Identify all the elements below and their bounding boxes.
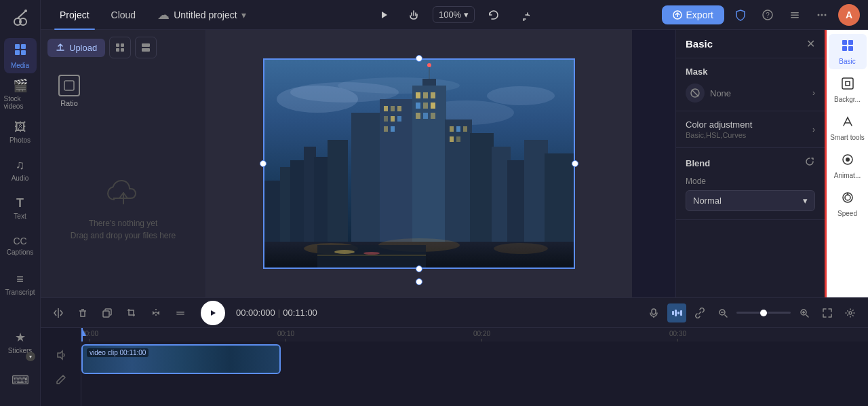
sidebar-item-text[interactable]: T Text bbox=[4, 190, 37, 225]
sidebar-item-stock[interactable]: 🎬 Stock videos bbox=[4, 76, 37, 111]
mask-arrow: › bbox=[812, 88, 815, 98]
animate-tool-label: Animat... bbox=[834, 172, 861, 179]
basic-tool-icon bbox=[841, 39, 854, 56]
sidebar-item-captions[interactable]: CC Captions bbox=[4, 228, 37, 263]
svg-line-110 bbox=[725, 315, 727, 317]
volume-button[interactable] bbox=[52, 346, 71, 365]
timeline-tracks[interactable]: 00:00 00:10 00:20 00:30 bbox=[81, 328, 868, 406]
tool-smart[interactable]: Smart tools bbox=[829, 110, 867, 145]
mic-button[interactable] bbox=[644, 303, 663, 322]
fullscreen-button[interactable] bbox=[818, 303, 837, 322]
timeline-content: 00:00 00:10 00:20 00:30 bbox=[41, 328, 868, 406]
edit-button[interactable] bbox=[52, 370, 71, 389]
sidebar-item-transcript[interactable]: ≡ Transcript bbox=[4, 266, 37, 301]
play-button[interactable] bbox=[201, 301, 225, 325]
sidebar-item-audio[interactable]: ♫ Audio bbox=[4, 152, 37, 187]
link-button[interactable] bbox=[690, 303, 709, 322]
tool-background[interactable]: Backgr... bbox=[829, 72, 867, 107]
timeline-right-controls bbox=[644, 303, 860, 322]
shield-button[interactable] bbox=[730, 4, 751, 26]
app-logo[interactable] bbox=[8, 5, 33, 30]
export-button[interactable]: Export bbox=[662, 5, 724, 24]
project-title: Untitled project bbox=[174, 10, 237, 20]
tab-cloud[interactable]: Cloud bbox=[100, 0, 147, 30]
svg-rect-47 bbox=[391, 126, 395, 132]
zoom-slider[interactable] bbox=[736, 312, 791, 314]
media-empty-state: There's nothing yet Drag and drop your f… bbox=[41, 118, 205, 297]
timeline-settings-button[interactable] bbox=[841, 303, 860, 322]
list-view-button[interactable] bbox=[135, 37, 157, 58]
close-panel-button[interactable]: ✕ bbox=[806, 39, 815, 50]
zoom-out-button[interactable] bbox=[713, 303, 732, 322]
sidebar-item-media[interactable]: Media bbox=[4, 38, 37, 73]
svg-rect-68 bbox=[456, 126, 460, 132]
mask-row[interactable]: None › bbox=[686, 84, 815, 103]
play-mode-button[interactable] bbox=[373, 4, 395, 26]
more-timeline-button[interactable] bbox=[171, 303, 190, 322]
color-adj-row[interactable]: Color adjustment Basic,HSL,Curves › bbox=[686, 119, 815, 139]
tab-project[interactable]: Project bbox=[49, 0, 100, 30]
sidebar-item-photos[interactable]: 🖼 Photos bbox=[4, 114, 37, 149]
svg-marker-97 bbox=[153, 311, 155, 315]
canvas-area[interactable]: ‹ bbox=[206, 30, 632, 297]
top-nav-right: Export ? A bbox=[662, 4, 860, 26]
tool-animate[interactable]: Animat... bbox=[829, 148, 867, 183]
project-title-area[interactable]: ☁ Untitled project ▾ bbox=[157, 7, 245, 22]
upload-cloud-icon bbox=[104, 174, 142, 212]
current-time: 00:00:000 bbox=[236, 308, 275, 318]
sidebar-item-keyboard[interactable]: ⌨ bbox=[4, 363, 37, 398]
audio-track-button[interactable] bbox=[667, 303, 686, 322]
crop-button[interactable] bbox=[122, 303, 141, 322]
help-button[interactable]: ? bbox=[757, 4, 778, 26]
stickers-icon: ★ bbox=[15, 330, 26, 345]
svg-point-16 bbox=[821, 14, 823, 16]
canvas-frame[interactable] bbox=[263, 58, 575, 269]
smart-tool-icon bbox=[841, 115, 854, 132]
delete-button[interactable] bbox=[73, 303, 92, 322]
svg-rect-21 bbox=[121, 48, 124, 52]
undo-button[interactable] bbox=[483, 4, 505, 26]
svg-rect-100 bbox=[176, 314, 184, 315]
video-clip[interactable]: video clip 00:11:00 bbox=[81, 344, 281, 374]
tool-speed[interactable]: Speed bbox=[829, 186, 867, 221]
hand-tool-button[interactable] bbox=[403, 4, 425, 26]
handle-bottom-center[interactable] bbox=[416, 265, 422, 272]
lines-button[interactable] bbox=[784, 4, 806, 26]
flip-button[interactable] bbox=[146, 303, 165, 322]
upload-button[interactable]: Upload bbox=[47, 39, 105, 57]
zoom-control[interactable]: 100% ▾ bbox=[433, 6, 475, 23]
duplicate-button[interactable] bbox=[98, 303, 117, 322]
color-adj-sub: Basic,HSL,Curves bbox=[686, 131, 752, 139]
audio-icon: ♫ bbox=[16, 158, 25, 172]
svg-rect-18 bbox=[116, 43, 119, 47]
color-adjustment-section[interactable]: Color adjustment Basic,HSL,Curves › bbox=[676, 111, 825, 148]
more-button[interactable] bbox=[811, 4, 833, 26]
panel-title: Basic bbox=[686, 38, 713, 50]
handle-left-center[interactable] bbox=[260, 160, 267, 167]
svg-point-75 bbox=[494, 243, 548, 254]
split-button[interactable] bbox=[49, 303, 68, 322]
zoom-thumb[interactable] bbox=[760, 310, 767, 316]
avatar[interactable]: A bbox=[838, 4, 860, 26]
grid-view-button[interactable] bbox=[109, 37, 131, 58]
rotation-handle[interactable] bbox=[416, 278, 422, 285]
sidebar-item-stickers[interactable]: ★ Stickers ▾ bbox=[4, 325, 37, 360]
speed-tool-label: Speed bbox=[837, 210, 857, 217]
svg-rect-67 bbox=[450, 126, 454, 132]
handle-top-center[interactable] bbox=[416, 55, 422, 62]
ratio-tool[interactable]: Ratio bbox=[47, 69, 91, 113]
svg-rect-55 bbox=[416, 103, 420, 109]
playhead[interactable] bbox=[81, 328, 83, 342]
tool-basic[interactable]: Basic bbox=[829, 34, 867, 69]
timeline-ruler: 00:00 00:10 00:20 00:30 bbox=[81, 328, 868, 342]
handle-right-center[interactable] bbox=[572, 160, 578, 167]
blend-reset-button[interactable] bbox=[804, 156, 815, 170]
svg-point-90 bbox=[846, 158, 850, 162]
svg-point-3 bbox=[24, 10, 27, 12]
media-empty-text: There's nothing yet Drag and drop your f… bbox=[71, 217, 176, 242]
redo-button[interactable] bbox=[513, 4, 534, 26]
blend-mode-select[interactable]: Normal ▾ bbox=[686, 190, 815, 211]
upload-label: Upload bbox=[69, 43, 97, 53]
svg-rect-60 bbox=[431, 113, 435, 119]
zoom-in-button[interactable] bbox=[795, 303, 814, 322]
